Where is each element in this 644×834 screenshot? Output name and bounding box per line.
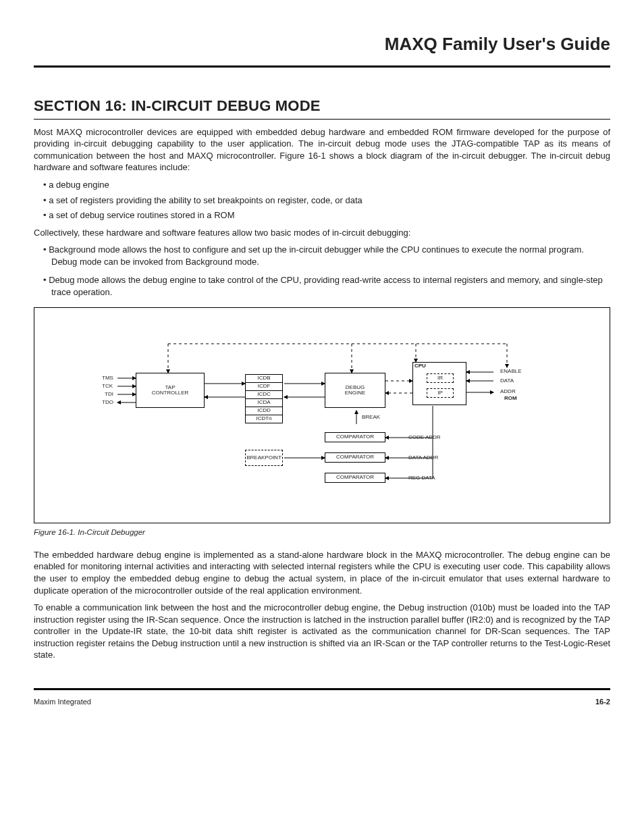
debug-engine-box: DEBUG ENGINE xyxy=(325,373,385,408)
cpu-ip-box: IP xyxy=(427,388,454,398)
comparator-box: COMPARATOR xyxy=(325,473,385,483)
signal-label: ENABLE xyxy=(500,369,522,374)
wiring-svg xyxy=(34,308,610,523)
tap-controller-box: TAP CONTROLLER xyxy=(136,373,205,408)
breakpoint-box: BREAKPOINT xyxy=(245,450,283,466)
feature-list: a debug engine a set of registers provid… xyxy=(34,179,610,221)
figure-block-diagram: TMS TCK TDI TDO TAP CONTROLLER ICDB ICDF… xyxy=(34,307,610,523)
body-paragraph: To enable a communication link between t… xyxy=(34,602,610,661)
rom-label: ROM xyxy=(504,396,517,401)
pin-label: TCK xyxy=(102,384,113,389)
cpu-box: CPU IR IP xyxy=(412,362,466,405)
collective-paragraph: Collectively, these hardware and softwar… xyxy=(34,227,610,239)
pin-label: TDO xyxy=(102,400,113,405)
signal-label: REG DATA xyxy=(408,475,435,481)
break-label: BREAK xyxy=(362,415,380,420)
cpu-ir-box: IR xyxy=(427,373,454,383)
footer-company: Maxim Integrated xyxy=(34,697,91,707)
page-number: 16-2 xyxy=(595,697,610,707)
document-title: MAXQ Family User's Guide xyxy=(34,32,610,56)
title-rule xyxy=(34,66,610,68)
cpu-label: CPU xyxy=(413,363,427,369)
register-stack: ICDB ICDF ICDC ICDA ICDD ICDTn xyxy=(245,374,283,423)
pin-label: TMS xyxy=(102,375,113,381)
page-footer: Maxim Integrated 16-2 xyxy=(34,697,610,707)
body-paragraph: The embedded hardware debug engine is im… xyxy=(34,549,610,596)
comparator-box: COMPARATOR xyxy=(325,452,385,463)
reg-box: ICDTn xyxy=(245,415,283,423)
list-item: a debug engine xyxy=(43,179,610,191)
signal-label: DATA ADDR xyxy=(408,455,438,461)
modes-list: Background mode allows the host to confi… xyxy=(34,244,610,298)
list-item: a set of registers providing the ability… xyxy=(43,194,610,207)
diagram-canvas: TMS TCK TDI TDO TAP CONTROLLER ICDB ICDF… xyxy=(34,308,610,523)
comparator-box: COMPARATOR xyxy=(325,432,385,442)
section-title: SECTION 16: IN-CIRCUIT DEBUG MODE xyxy=(34,96,610,120)
signal-label: CODE ADDR xyxy=(408,435,441,440)
list-item: Debug mode allows the debug engine to ta… xyxy=(43,274,610,298)
signal-label: DATA xyxy=(500,378,514,384)
signal-label: ADDR xyxy=(500,389,516,394)
list-item: a set of debug service routines stored i… xyxy=(43,209,610,221)
intro-paragraph: Most MAXQ microcontroller devices are eq… xyxy=(34,126,610,174)
pin-label: TDI xyxy=(105,392,113,397)
footer-rule xyxy=(34,688,610,690)
figure-caption: Figure 16-1. In-Circuit Debugger xyxy=(34,527,610,538)
list-item: Background mode allows the host to confi… xyxy=(43,244,610,267)
